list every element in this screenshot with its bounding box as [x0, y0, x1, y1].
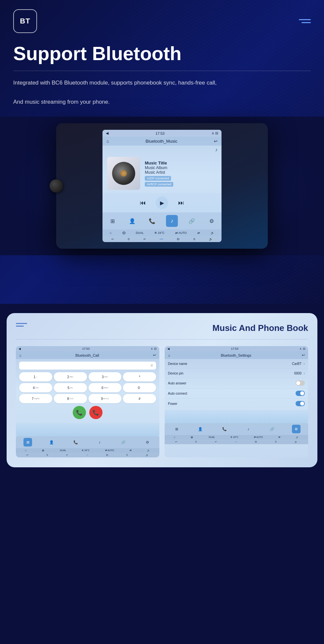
power-toggle[interactable]	[296, 401, 305, 406]
call-sys-power[interactable]: ⏻	[42, 449, 44, 452]
nav-person-icon[interactable]: 👤	[126, 215, 138, 227]
prev-button[interactable]: ⏮	[140, 199, 146, 206]
dialpad-clear[interactable]: ✕	[150, 363, 153, 368]
settings-nav-settings[interactable]: ⚙	[292, 425, 301, 433]
settings-sys-home[interactable]: ⌂	[174, 436, 175, 439]
dial-key-2[interactable]: 2ABC	[54, 372, 87, 381]
car-background: ◀ 17:53 ∧ ⊟ ⌂ Bluetooth_Music ↩ ♪	[0, 117, 324, 255]
back-icon[interactable]: ↩	[214, 139, 218, 144]
settings-time: 17:53	[231, 347, 238, 350]
dial-key-4[interactable]: 4GHI	[19, 383, 52, 392]
settings-status-bar: ◀ 17:53 ∧ ⊟	[165, 346, 308, 351]
device-pin-arrow[interactable]: ›	[304, 371, 305, 376]
call-sys-home[interactable]: ⌂	[25, 449, 26, 452]
sys-dual[interactable]: DUAL	[136, 231, 144, 234]
dial-key-5[interactable]: 5JKL	[54, 383, 87, 392]
call-sys-bar2: ↩0↵━⊟0🔊	[16, 453, 159, 457]
bt-logo: BT	[13, 9, 37, 33]
redial-button[interactable]: 📞	[89, 406, 102, 419]
settings-nav-person[interactable]: 👤	[196, 425, 205, 433]
auto-connect-label: Auto connect	[168, 392, 187, 395]
call-button[interactable]: 📞	[73, 406, 86, 419]
nav-link-icon[interactable]: 🔗	[186, 215, 198, 227]
screen-title: Bluetooth_Music	[145, 139, 177, 144]
dial-key-0[interactable]: 0+	[123, 383, 156, 392]
dial-key-star[interactable]: *	[123, 372, 156, 381]
sys-vol[interactable]: 🔊	[211, 231, 214, 234]
nav-settings-icon[interactable]: ⚙	[206, 215, 218, 227]
sys-arrows[interactable]: ⇌	[197, 231, 200, 234]
media-screen: ◀ 17:53 ∧ ⊟ ⌂ Bluetooth_Music ↩ ♪	[102, 130, 222, 242]
nav-apps-icon[interactable]: ⊞	[106, 215, 118, 227]
home-icon[interactable]: ⌂	[106, 139, 109, 144]
call-nav-link[interactable]: 🔗	[119, 438, 128, 447]
card-divider	[16, 339, 308, 340]
dialpad-input[interactable]: ✕	[19, 362, 156, 370]
sys2-zero: 0	[128, 237, 130, 241]
auto-connect-toggle[interactable]	[296, 391, 305, 396]
screen-nav-bar: ⌂ Bluetooth_Music ↩	[102, 137, 222, 146]
settings-sys-snow[interactable]: ❄ 24°C	[230, 436, 238, 439]
call-nav-music[interactable]: ♪	[95, 438, 104, 447]
auto-answer-toggle[interactable]	[296, 380, 305, 386]
playback-controls: ⏮ ▶ ⏭	[102, 193, 222, 212]
dial-key-8[interactable]: 8TUV	[54, 394, 87, 403]
settings-nav-phone[interactable]: 📞	[220, 425, 229, 433]
sys2-vol2[interactable]: 🔊	[209, 237, 213, 241]
call-nav-phone[interactable]: 📞	[71, 438, 80, 447]
settings-nav-link[interactable]: 🔗	[268, 425, 276, 433]
sys2-grid[interactable]: ⊟	[177, 237, 180, 241]
dial-key-3[interactable]: 3DEF	[89, 372, 122, 381]
settings-sys-arrows[interactable]: ⇌	[278, 436, 280, 439]
sys2-enter[interactable]: ↵	[143, 237, 146, 241]
call-nav-apps[interactable]: ⊞	[23, 438, 32, 447]
call-sys-snow[interactable]: ❄ 24°C	[82, 449, 90, 452]
sys2-slider[interactable]: ━━	[160, 237, 163, 241]
settings-back-arrow[interactable]: ◀	[167, 347, 170, 350]
call-home-icon[interactable]: ⌂	[19, 353, 21, 357]
car-display-wrapper: ◀ 17:53 ∧ ⊟ ⌂ Bluetooth_Music ↩ ♪	[0, 117, 324, 255]
settings-row-auto-connect: Auto connect	[165, 388, 308, 399]
next-button[interactable]: ⏭	[178, 199, 184, 206]
play-button[interactable]: ▶	[156, 197, 168, 209]
settings-sys-auto[interactable]: ⇄ AUTO	[254, 436, 263, 439]
card-title: Music And Phone Book	[213, 323, 308, 333]
dial-key-9[interactable]: 9WXYZ	[89, 394, 122, 403]
call-nav-settings[interactable]: ⚙	[143, 438, 152, 447]
call-back-arrow[interactable]: ◀	[19, 347, 21, 350]
settings-row-device-name: Device name CarBT ›	[165, 359, 308, 369]
back-arrow[interactable]: ◀	[106, 131, 108, 135]
call-sys-auto[interactable]: ⇄ AUTO	[105, 449, 114, 452]
settings-sys-dual[interactable]: DUAL	[209, 436, 215, 439]
settings-sys-power[interactable]: ⏻	[191, 436, 193, 439]
album-disc-inner	[120, 170, 127, 177]
card-menu-icon[interactable]	[16, 323, 27, 327]
nav-music-icon[interactable]: ♪	[166, 215, 178, 227]
dial-key-1[interactable]: 1—	[19, 372, 52, 381]
sys2-back[interactable]: ↩	[111, 237, 114, 241]
device-name-label: Device name	[168, 362, 187, 366]
settings-nav-apps[interactable]: ⊞	[172, 425, 181, 433]
dial-key-hash[interactable]: #	[123, 394, 156, 403]
call-sys-arrows[interactable]: ⇌	[130, 449, 132, 452]
call-sys-dual[interactable]: DUAL	[60, 449, 66, 452]
settings-sys-vol[interactable]: 🔊	[296, 436, 299, 439]
dial-key-7[interactable]: 7PQRS	[19, 394, 52, 403]
wave-decoration	[16, 423, 159, 436]
sys-snow[interactable]: ❄ 24°C	[154, 231, 165, 234]
nav-phone-icon[interactable]: 📞	[146, 215, 158, 227]
auto-answer-label: Auto answer	[168, 381, 186, 385]
call-nav-person[interactable]: 👤	[47, 438, 56, 447]
call-back-icon[interactable]: ↩	[153, 353, 156, 357]
sys-home[interactable]: ⌂	[110, 231, 111, 234]
call-bottom-nav: ⊞ 👤 📞 ♪ 🔗 ⚙	[16, 436, 159, 448]
settings-home-icon[interactable]: ⌂	[168, 353, 170, 357]
settings-nav-music[interactable]: ♪	[244, 425, 253, 433]
call-sys-vol[interactable]: 🔊	[147, 449, 150, 452]
dial-key-6[interactable]: 6MNO	[89, 383, 122, 392]
settings-back-icon[interactable]: ↩	[302, 353, 305, 357]
sys-auto[interactable]: ⇄ AUTO	[175, 231, 187, 234]
settings-status-icons: ∧ ⊟	[300, 347, 305, 350]
sys-power[interactable]: ⏻	[122, 231, 125, 234]
device-name-arrow[interactable]: ›	[304, 361, 305, 366]
